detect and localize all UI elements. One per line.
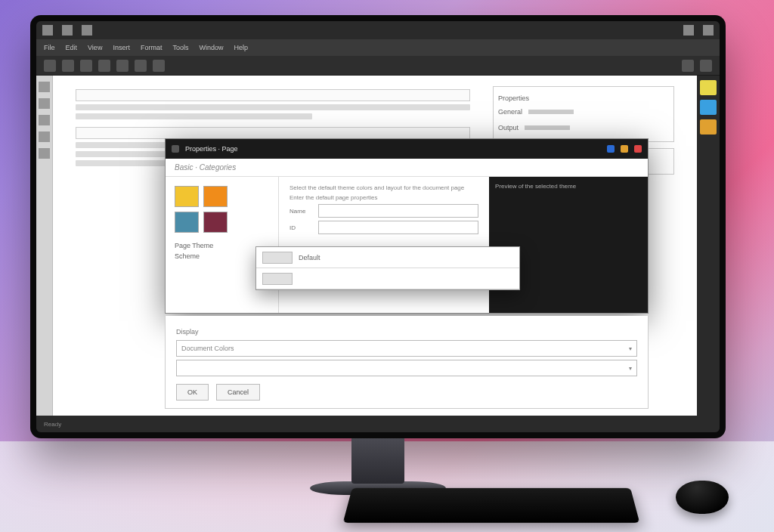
color-swatch[interactable]: [203, 186, 228, 207]
dropdown-list[interactable]: Default: [255, 246, 520, 290]
rail-tool[interactable]: [39, 131, 50, 142]
cancel-button-label: Cancel: [228, 388, 249, 396]
accent-tab[interactable]: [700, 100, 717, 115]
physical-mouse: [676, 481, 729, 514]
toolbar-button[interactable]: [135, 60, 147, 72]
status-text: Ready: [44, 421, 61, 428]
name-input[interactable]: [318, 204, 478, 218]
preview-label: Preview of the selected theme: [495, 183, 576, 190]
menu-edit[interactable]: Edit: [66, 44, 78, 51]
start-icon[interactable]: [42, 25, 53, 36]
right-accent-rail: [697, 76, 720, 416]
side-value: [528, 110, 574, 114]
color-swatch[interactable]: [203, 212, 228, 233]
titlebar-button[interactable]: [607, 145, 615, 153]
chevron-down-icon: ▾: [629, 345, 632, 352]
menu-insert[interactable]: Insert: [113, 44, 130, 51]
window-icon: [172, 145, 179, 153]
os-taskbar[interactable]: [36, 21, 720, 39]
cancel-button[interactable]: Cancel: [216, 384, 260, 401]
dropdown-chip: [262, 273, 293, 285]
ok-button[interactable]: OK: [176, 384, 209, 401]
status-bar: Ready: [36, 416, 720, 432]
select-value: Document Colors: [181, 345, 234, 352]
dialog-description: Select the default theme colors and layo…: [289, 184, 478, 191]
app-toolbar: [36, 56, 720, 76]
color-swatch-grid: [175, 186, 269, 233]
app-menubar: File Edit View Insert Format Tools Windo…: [36, 39, 720, 56]
side-panel-box: Properties General Output: [493, 86, 674, 142]
rail-tool[interactable]: [39, 98, 50, 109]
menu-help[interactable]: Help: [234, 44, 248, 51]
dropdown-item-label: Default: [299, 254, 320, 261]
rail-tool[interactable]: [39, 148, 50, 159]
dialog-left-pane: Page Theme Scheme: [166, 177, 279, 313]
display-secondary-select[interactable]: ▾: [176, 360, 637, 376]
doc-text-line: [76, 113, 312, 119]
monitor-frame: File Edit View Insert Format Tools Windo…: [30, 15, 726, 438]
tray-icon[interactable]: [703, 25, 714, 36]
menu-window[interactable]: Window: [199, 44, 223, 51]
toolbar-button[interactable]: [682, 60, 694, 72]
titlebar-button[interactable]: [634, 145, 642, 153]
display-colors-select[interactable]: Document Colors ▾: [176, 340, 637, 357]
lower-section-label: Display: [176, 328, 637, 336]
side-item-label: Output: [498, 124, 519, 131]
dialog-titlebar[interactable]: Properties · Page: [166, 139, 648, 159]
taskbar-app-icon[interactable]: [62, 25, 73, 36]
dialog-hint: Enter the default page properties: [289, 194, 478, 201]
screen: File Edit View Insert Format Tools Windo…: [36, 21, 720, 432]
left-tool-rail: [36, 76, 53, 416]
menu-format[interactable]: Format: [141, 44, 163, 51]
dropdown-item[interactable]: [256, 268, 519, 289]
toolbar-button[interactable]: [44, 60, 56, 72]
id-input[interactable]: [318, 221, 478, 234]
dropdown-chip: [262, 252, 293, 264]
titlebar-button[interactable]: [621, 145, 628, 153]
doc-input-field[interactable]: [76, 89, 470, 101]
dialog-preview-pane: Preview of the selected theme: [489, 177, 648, 313]
dialog-subtitle-row: Basic · Categories: [166, 159, 648, 177]
side-item-label: General: [498, 108, 522, 116]
chevron-down-icon: ▾: [629, 365, 632, 372]
doc-input-field[interactable]: [76, 127, 470, 139]
rail-tool[interactable]: [39, 82, 50, 92]
physical-keyboard: [343, 488, 640, 523]
dialog-subtitle: Basic · Categories: [175, 163, 236, 172]
toolbar-button[interactable]: [700, 60, 712, 72]
menu-tools[interactable]: Tools: [172, 44, 188, 51]
side-value: [525, 125, 570, 130]
menu-view[interactable]: View: [88, 44, 102, 51]
color-swatch[interactable]: [175, 186, 199, 207]
taskbar-app-icon[interactable]: [82, 25, 92, 36]
doc-text-line: [76, 104, 470, 110]
tray-icon[interactable]: [683, 25, 694, 36]
toolbar-button[interactable]: [62, 60, 74, 72]
field-label-name: Name: [289, 208, 314, 215]
dropdown-item[interactable]: Default: [256, 247, 519, 268]
color-swatch[interactable]: [175, 212, 199, 233]
accent-tab[interactable]: [700, 119, 717, 135]
rail-tool[interactable]: [39, 115, 50, 125]
ok-button-label: OK: [187, 388, 197, 396]
menu-file[interactable]: File: [44, 44, 55, 51]
field-label-id: ID: [289, 224, 314, 231]
toolbar-button[interactable]: [80, 60, 92, 72]
dialog-title: Properties · Page: [185, 145, 238, 153]
toolbar-button[interactable]: [98, 60, 110, 72]
toolbar-button[interactable]: [116, 60, 128, 72]
dialog-middle-pane: Select the default theme colors and layo…: [279, 177, 489, 313]
dialog-lower-pane: Display Document Colors ▾ ▾ OK Cancel: [165, 316, 649, 409]
toolbar-button[interactable]: [153, 60, 165, 72]
accent-tab[interactable]: [700, 80, 717, 95]
side-heading: Properties: [498, 94, 669, 102]
